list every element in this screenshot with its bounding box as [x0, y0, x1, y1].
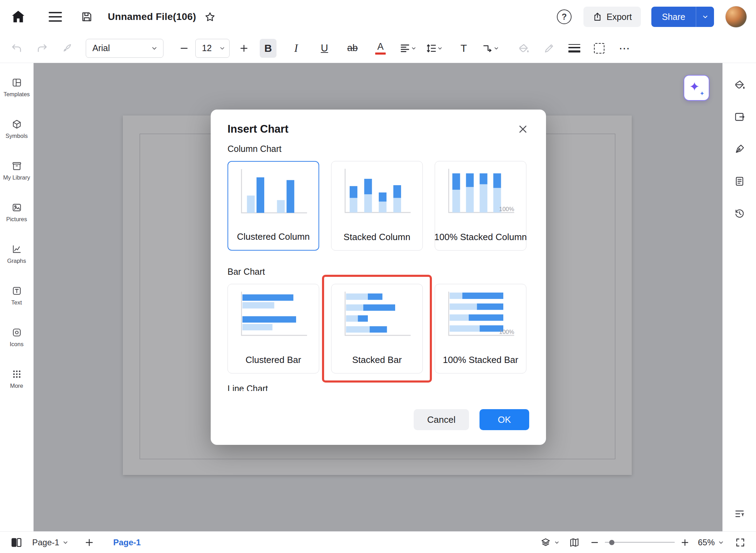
- archive-box-icon: [12, 161, 22, 171]
- sidebar-item-icons[interactable]: Icons: [0, 316, 34, 358]
- minus-icon: [590, 538, 599, 547]
- chart-option-stacked-bar[interactable]: Stacked Bar: [331, 284, 423, 373]
- chart-type-list: Column Chart Clustered Column: [211, 137, 546, 391]
- close-icon: [518, 124, 528, 134]
- home-button[interactable]: [9, 8, 27, 26]
- ok-button[interactable]: OK: [479, 409, 529, 430]
- line-weight-button[interactable]: [566, 39, 583, 58]
- decrease-font-size-button[interactable]: [176, 39, 192, 58]
- ai-assistant-button[interactable]: ✦ ✦: [684, 75, 709, 101]
- line-spacing-button[interactable]: [426, 43, 443, 54]
- zoom-out-button[interactable]: [590, 538, 599, 547]
- chevron-down-icon: [437, 45, 443, 51]
- sidebar-item-my-library[interactable]: My Library: [0, 150, 34, 191]
- cube-icon: [12, 119, 22, 130]
- text-align-button[interactable]: [399, 43, 417, 54]
- increase-font-size-button[interactable]: [236, 39, 252, 58]
- redo-button[interactable]: [34, 39, 50, 58]
- help-button[interactable]: ?: [557, 9, 572, 24]
- more-tools-button[interactable]: ⋯: [616, 39, 633, 58]
- overview-map-button[interactable]: [569, 537, 580, 548]
- close-dialog-button[interactable]: [515, 121, 531, 137]
- chart-option-clustered-column[interactable]: Clustered Column: [227, 161, 319, 251]
- chart-option-100-stacked-column[interactable]: 100% 100% Stacked Column: [435, 161, 526, 251]
- strikethrough-button[interactable]: ab: [344, 39, 361, 58]
- chart-option-label: 100% Stacked Bar: [443, 355, 518, 365]
- share-button[interactable]: Share: [651, 7, 696, 27]
- favorite-button[interactable]: [202, 9, 218, 24]
- insert-chart-dialog: Insert Chart Column Chart: [211, 110, 546, 445]
- document-title[interactable]: Unnamed File(106): [108, 11, 196, 22]
- chevron-down-icon: [554, 539, 560, 546]
- sidebar-item-text[interactable]: Text: [0, 275, 34, 316]
- plus-icon: [239, 44, 248, 53]
- bold-button[interactable]: B: [260, 39, 276, 58]
- sidebar-item-symbols[interactable]: Symbols: [0, 108, 34, 150]
- fullscreen-button[interactable]: [735, 537, 746, 548]
- chart-option-100-stacked-bar[interactable]: 100% 100% Stacked Bar: [435, 284, 526, 373]
- fill-color-button[interactable]: [515, 39, 532, 58]
- export-button[interactable]: Export: [583, 7, 641, 27]
- format-painter-button[interactable]: [58, 39, 75, 58]
- save-icon: [81, 11, 93, 23]
- align-icon: [399, 43, 411, 54]
- zoom-slider-knob[interactable]: [609, 540, 614, 545]
- section-label-line-chart: Line Chart: [227, 384, 529, 391]
- share-dropdown-button[interactable]: [696, 7, 714, 27]
- text-tool-button[interactable]: T: [455, 39, 472, 58]
- save-button[interactable]: [79, 9, 94, 24]
- chart-option-label: 100% Stacked Column: [434, 232, 527, 243]
- page-tab-active[interactable]: Page-1: [113, 538, 141, 547]
- font-size-select[interactable]: 12: [195, 39, 230, 58]
- panel-arrow-icon: [734, 111, 745, 122]
- main-menu-button[interactable]: [48, 9, 63, 24]
- zoom-in-button[interactable]: [680, 538, 690, 547]
- sidebar-item-pictures[interactable]: Pictures: [0, 191, 34, 233]
- plus-icon: [84, 538, 94, 547]
- chart-option-stacked-column[interactable]: Stacked Column: [331, 161, 423, 251]
- border-style-button[interactable]: [591, 39, 608, 58]
- clustered-bar-preview: [237, 290, 310, 343]
- layers-button[interactable]: [540, 537, 560, 548]
- share-split-button: Share: [651, 7, 714, 27]
- question-icon: ?: [562, 12, 567, 22]
- right-sidebar: [722, 63, 756, 531]
- format-toolbar: Arial 12 B I U ab A T: [0, 34, 756, 63]
- sidebar-item-more[interactable]: More: [0, 358, 34, 400]
- home-icon: [10, 9, 26, 24]
- line-color-button[interactable]: [541, 39, 558, 58]
- history-panel-button[interactable]: [730, 204, 749, 223]
- pages-icon: [10, 537, 22, 548]
- paint-bucket-icon: [734, 79, 745, 90]
- insert-panel-button[interactable]: [730, 107, 749, 127]
- cancel-button[interactable]: Cancel: [414, 409, 469, 430]
- zoom-level-dropdown[interactable]: 65%: [698, 538, 724, 547]
- underline-button[interactable]: U: [316, 39, 333, 58]
- star-icon: [204, 11, 216, 22]
- theme-fill-panel-button[interactable]: [730, 75, 749, 94]
- sidebar-item-graphs[interactable]: Graphs: [0, 233, 34, 275]
- ai-sparkle-icon: ✦: [689, 80, 700, 93]
- chart-option-clustered-bar[interactable]: Clustered Bar: [227, 284, 319, 373]
- section-label-column-chart: Column Chart: [227, 144, 529, 154]
- sidebar-item-templates[interactable]: Templates: [0, 66, 34, 108]
- chevron-down-icon: [62, 539, 69, 546]
- undo-button[interactable]: [8, 39, 25, 58]
- fullscreen-icon: [735, 537, 746, 548]
- italic-button[interactable]: I: [288, 39, 304, 58]
- outline-filter-button[interactable]: [730, 504, 749, 524]
- stacked-bar-100-preview: 100%: [444, 290, 517, 343]
- left-sidebar: Templates Symbols My Library Pictures Gr…: [0, 63, 34, 531]
- font-color-button[interactable]: A: [372, 39, 389, 58]
- zoom-slider[interactable]: [605, 542, 675, 543]
- user-avatar[interactable]: [725, 6, 747, 28]
- pages-panel-button[interactable]: [10, 537, 22, 548]
- connector-tool-button[interactable]: [482, 43, 499, 54]
- line-weight-icon: [568, 44, 580, 45]
- list-filter-icon: [734, 508, 745, 519]
- font-family-select[interactable]: Arial: [86, 39, 163, 58]
- pen-annotate-panel-button[interactable]: [730, 139, 749, 159]
- add-page-button[interactable]: [84, 538, 94, 547]
- page-selector-dropdown[interactable]: Page-1: [32, 538, 69, 547]
- notes-panel-button[interactable]: [730, 172, 749, 191]
